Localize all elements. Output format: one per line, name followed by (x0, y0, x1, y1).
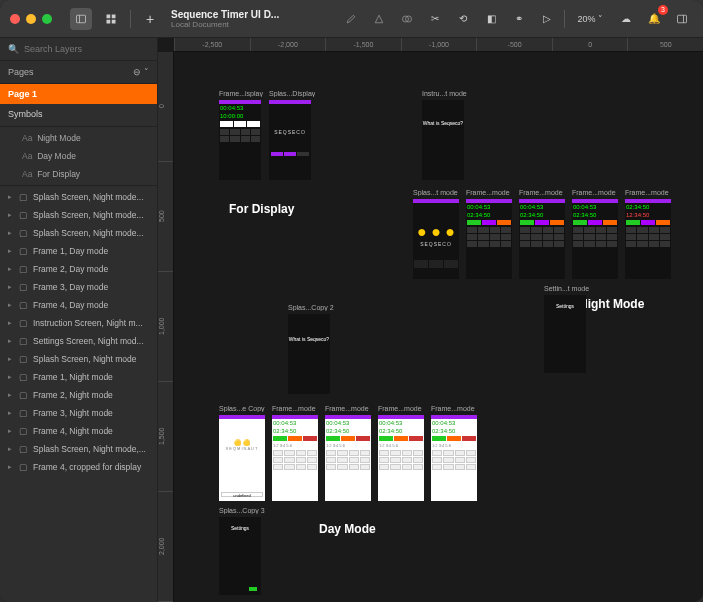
disclosure-arrow-icon[interactable]: ▸ (8, 373, 14, 381)
layer-item[interactable]: ▸▢Splash Screen, Night mode,... (0, 440, 157, 458)
artboard-night[interactable]: 02:34:5012:34:50 (625, 199, 671, 279)
minimize-window-button[interactable] (26, 14, 36, 24)
close-window-button[interactable] (10, 14, 20, 24)
disclosure-arrow-icon[interactable]: ▸ (8, 319, 14, 327)
text-style-night[interactable]: Aa Night Mode (0, 129, 157, 147)
layer-item[interactable]: ▸▢Frame 2, Day mode (0, 260, 157, 278)
layer-item[interactable]: ▸▢Splash Screen, Night mode... (0, 206, 157, 224)
artboard-label[interactable]: Frame...mode (378, 405, 422, 412)
artboard-label[interactable]: Instru...t mode (422, 90, 467, 97)
artboard-day[interactable]: 00:04:5302:34:501:2 3:4 5:6 (325, 415, 371, 501)
artboard-instruction[interactable]: What is Seqseco? (422, 100, 464, 180)
disclosure-arrow-icon[interactable]: ▸ (8, 427, 14, 435)
artboard-frame-display[interactable]: 00:04:53 10:00:00 (219, 100, 261, 180)
artboard-label[interactable]: Settin...t mode (544, 285, 589, 292)
artboard-splashcopy2[interactable]: What is Seqseco? (288, 314, 330, 394)
disclosure-arrow-icon[interactable]: ▸ (8, 463, 14, 471)
tool-rotate-icon[interactable]: ⟲ (452, 8, 474, 30)
artboard-label[interactable]: Frame...mode (431, 405, 475, 412)
horizontal-ruler: -2,500-2,000-1,500-1,000-5000500 (174, 38, 703, 52)
artboard-label[interactable]: Frame...mode (519, 189, 563, 196)
artboard-splash-display[interactable]: SEQSECO (269, 100, 311, 180)
disclosure-arrow-icon[interactable]: ▸ (8, 391, 14, 399)
pages-header[interactable]: Pages ⊖ ˅ (0, 61, 157, 84)
text-style-day[interactable]: Aa Day Mode (0, 147, 157, 165)
layer-item[interactable]: ▸▢Settings Screen, Night mod... (0, 332, 157, 350)
layer-item[interactable]: ▸▢Frame 3, Night mode (0, 404, 157, 422)
maximize-window-button[interactable] (42, 14, 52, 24)
artboard-day[interactable]: 00:04:5302:34:501:2 3:4 5:6 (378, 415, 424, 501)
zoom-level[interactable]: 20% ˅ (571, 12, 609, 26)
layer-item[interactable]: ▸▢Frame 4, Day mode (0, 296, 157, 314)
layer-name: Splash Screen, Night mode... (33, 210, 144, 220)
svg-rect-8 (678, 15, 687, 23)
add-button[interactable]: + (139, 8, 161, 30)
artboard-night[interactable]: ● ● ●SEQSECO (413, 199, 459, 279)
disclosure-arrow-icon[interactable]: ▸ (8, 337, 14, 345)
page-item-page1[interactable]: Page 1 (0, 84, 157, 104)
disclosure-arrow-icon[interactable]: ▸ (8, 193, 14, 201)
page-item-symbols[interactable]: Symbols (0, 104, 157, 124)
disclosure-arrow-icon[interactable]: ▸ (8, 265, 14, 273)
artboard-night[interactable]: 00:04:5302:34:50 (466, 199, 512, 279)
disclosure-arrow-icon[interactable]: ▸ (8, 409, 14, 417)
cloud-icon[interactable]: ☁ (615, 8, 637, 30)
toggle-inspector-button[interactable] (671, 8, 693, 30)
tool-boolean-icon[interactable] (396, 8, 418, 30)
disclosure-arrow-icon[interactable]: ▸ (8, 229, 14, 237)
artboard-label[interactable]: Frame...mode (625, 189, 669, 196)
disclosure-arrow-icon[interactable]: ▸ (8, 301, 14, 309)
toggle-sidebar-button[interactable] (70, 8, 92, 30)
artboard-day[interactable]: 00:04:5302:34:501:2 3:4 5:6 (431, 415, 477, 501)
artboard-label[interactable]: Splas...Copy 3 (219, 507, 265, 514)
artboard-settings[interactable]: Settings (544, 295, 586, 373)
layer-item[interactable]: ▸▢Frame 1, Night mode (0, 368, 157, 386)
tool-preview-icon[interactable]: ▷ (536, 8, 558, 30)
artboard-day[interactable]: 🟡 🟡SEQMINAUTundefined (219, 415, 265, 501)
artboard-label[interactable]: Frame...mode (325, 405, 369, 412)
layer-item[interactable]: ▸▢Instruction Screen, Night m... (0, 314, 157, 332)
artboard-night[interactable]: 00:04:5302:34:50 (572, 199, 618, 279)
disclosure-arrow-icon[interactable]: ▸ (8, 211, 14, 219)
artboard-label[interactable]: Splas...e Copy (219, 405, 265, 412)
layer-item[interactable]: ▸▢Splash Screen, Night mode... (0, 224, 157, 242)
titlebar: + Sequence Timer UI D... Local Document … (0, 0, 703, 38)
artboard-icon: ▢ (19, 426, 28, 436)
disclosure-arrow-icon[interactable]: ▸ (8, 247, 14, 255)
disclosure-arrow-icon[interactable]: ▸ (8, 445, 14, 453)
artboard-label[interactable]: Frame...mode (572, 189, 616, 196)
grid-view-button[interactable] (100, 8, 122, 30)
artboard-label[interactable]: Splas...t mode (413, 189, 458, 196)
tool-link-icon[interactable]: ⚭ (508, 8, 530, 30)
artboard-night[interactable]: 00:04:5302:34:50 (519, 199, 565, 279)
artboard-icon: ▢ (19, 264, 28, 274)
layer-item[interactable]: ▸▢Frame 4, cropped for display (0, 458, 157, 476)
canvas[interactable]: Frame...isplay 00:04:53 10:00:00 Splas..… (174, 52, 703, 602)
notifications-icon[interactable]: 🔔 (643, 8, 665, 30)
pages-collapse-icon[interactable]: ⊖ ˅ (133, 67, 149, 77)
artboard-label[interactable]: Frame...mode (466, 189, 510, 196)
artboard-label[interactable]: Splas...Copy 2 (288, 304, 334, 311)
artboard-label[interactable]: Frame...mode (272, 405, 316, 412)
artboard-label[interactable]: Frame...isplay (219, 90, 263, 97)
text-style-display[interactable]: Aa For Display (0, 165, 157, 183)
artboard-label[interactable]: Splas...Display (269, 90, 315, 97)
artboard-splashcopy3[interactable]: Settings (219, 517, 261, 595)
traffic-lights (10, 14, 52, 24)
layer-item[interactable]: ▸▢Frame 1, Day mode (0, 242, 157, 260)
tool-pencil-icon[interactable] (340, 8, 362, 30)
layer-item[interactable]: ▸▢Frame 3, Day mode (0, 278, 157, 296)
artboard-day[interactable]: 00:04:5302:34:501:2 3:4 5:6 (272, 415, 318, 501)
layer-item[interactable]: ▸▢Frame 2, Night mode (0, 386, 157, 404)
search-layers-input[interactable]: 🔍 Search Layers (0, 38, 157, 61)
disclosure-arrow-icon[interactable]: ▸ (8, 355, 14, 363)
layer-name: Frame 1, Night mode (33, 372, 113, 382)
layer-item[interactable]: ▸▢Frame 4, Night mode (0, 422, 157, 440)
tool-scissors-icon[interactable]: ✂ (424, 8, 446, 30)
disclosure-arrow-icon[interactable]: ▸ (8, 283, 14, 291)
canvas-area[interactable]: -2,500-2,000-1,500-1,000-5000500 05001,0… (158, 38, 703, 602)
tool-mask-icon[interactable]: ◧ (480, 8, 502, 30)
layer-item[interactable]: ▸▢Splash Screen, Night mode... (0, 188, 157, 206)
layer-item[interactable]: ▸▢Splash Screen, Night mode (0, 350, 157, 368)
tool-vector-icon[interactable] (368, 8, 390, 30)
